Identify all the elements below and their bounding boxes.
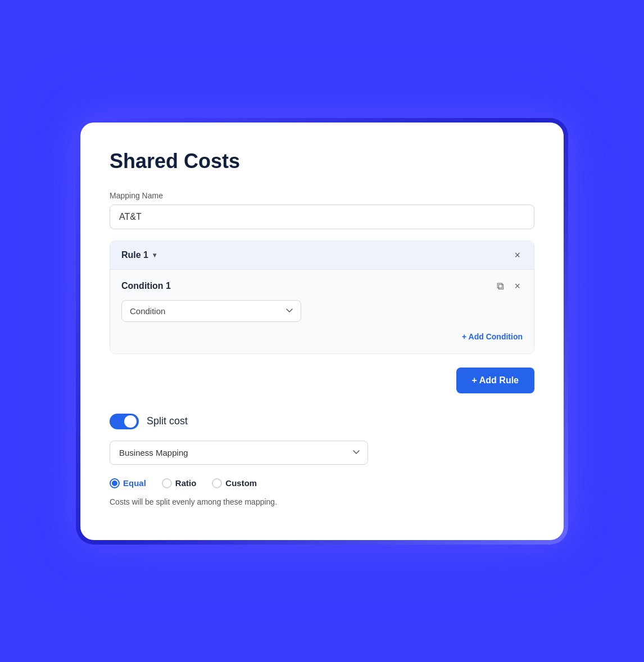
split-cost-row: Split cost [110,414,534,429]
hint-text: Costs will be split evenly among these m… [110,497,534,506]
rule-label: Rule 1 [121,250,148,260]
add-condition-button[interactable]: + Add Condition [462,330,523,343]
condition-select[interactable]: Condition Account Service Region [121,300,301,322]
condition-copy-button[interactable]: ⧉ [495,280,506,292]
radio-custom-text: Custom [225,478,257,488]
radio-ratio-label[interactable]: Ratio [162,478,197,488]
rule-close-button[interactable]: × [512,249,523,261]
split-cost-toggle[interactable] [110,414,139,429]
add-rule-row: + Add Rule [110,368,534,393]
rule-header-left: Rule 1 ▾ [121,250,156,260]
mapping-name-label: Mapping Name [110,191,534,200]
mapping-name-input[interactable] [110,205,534,229]
condition-close-button[interactable]: × [512,280,523,292]
radio-custom-label[interactable]: Custom [212,478,257,488]
add-rule-button[interactable]: + Add Rule [456,368,534,393]
condition-actions: ⧉ × [495,280,523,292]
radio-group: Equal Ratio Custom [110,478,534,488]
business-mapping-select[interactable]: Business Mapping Department Team Project [110,441,368,465]
rule-block: Rule 1 ▾ × Condition 1 ⧉ × Condition [110,241,534,354]
split-cost-label: Split cost [147,415,188,427]
radio-custom[interactable] [212,478,222,488]
radio-equal-label[interactable]: Equal [110,478,146,488]
page-title: Shared Costs [110,149,534,173]
toggle-slider [110,414,139,429]
radio-equal[interactable] [110,478,120,488]
rule-dropdown-arrow-icon[interactable]: ▾ [153,251,156,259]
condition-block: Condition 1 ⧉ × Condition Account Servic… [110,269,534,353]
radio-ratio-text: Ratio [175,478,197,488]
radio-ratio[interactable] [162,478,172,488]
radio-equal-text: Equal [123,478,146,488]
condition-header: Condition 1 ⧉ × [121,280,523,292]
rule-header: Rule 1 ▾ × [110,241,534,269]
add-condition-row: + Add Condition [121,330,523,343]
condition-title: Condition 1 [121,281,171,291]
